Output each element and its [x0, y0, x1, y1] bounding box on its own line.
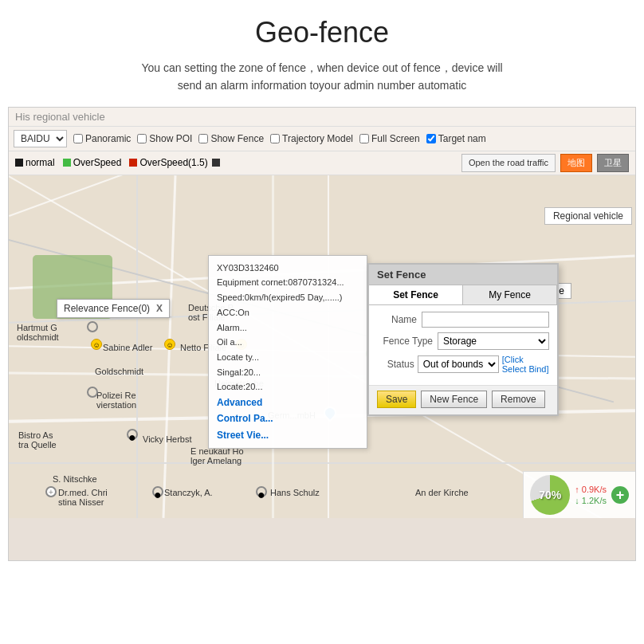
regional-vehicle-box[interactable]: Regional vehicle: [544, 207, 632, 225]
info-acc: ACC:On: [217, 305, 359, 320]
map-icon-1: [87, 321, 98, 332]
panoramic-label: Panoramic: [73, 133, 131, 144]
relevance-fence-popup: Relevance Fence(0) X: [57, 299, 170, 318]
full-screen-checkbox[interactable]: [359, 134, 369, 143]
map-label-goldschmidt: Goldschmidt: [95, 367, 143, 376]
tab-set-fence[interactable]: Set Fence: [369, 285, 463, 304]
dialog-tabs: Set Fence My Fence: [369, 285, 557, 305]
map-provider-select[interactable]: BAIDU: [14, 130, 67, 147]
legend-normal-dot: [15, 159, 23, 167]
fence-type-label: Fence Type: [377, 336, 433, 347]
subtitle: You can setting the zone of fence，when d…: [32, 59, 612, 95]
map-toolbar: BAIDU Panoramic Show POI Show Fence Traj…: [9, 127, 635, 151]
save-button[interactable]: Save: [377, 391, 416, 408]
info-oil: Oil a...: [217, 335, 359, 350]
legend-right-buttons: Open the road traffic 地图 卫星: [461, 154, 629, 172]
map-icon-4: ●: [152, 486, 163, 497]
map-label-polizei: Polizei Revierstation: [96, 391, 136, 410]
satellite-btn[interactable]: 卫星: [597, 154, 629, 172]
map-icon-smile1: ☺: [91, 339, 102, 350]
road-extra3: [9, 462, 635, 464]
speed-stats: ↑ 0.9K/s ↓ 1.2K/s: [575, 485, 607, 505]
legend-end-dot: [212, 159, 220, 167]
info-equipment: Equipment cornet:0870731324...: [217, 275, 359, 290]
full-screen-label: Full Screen: [359, 133, 420, 144]
map-view-btn[interactable]: 地图: [560, 154, 592, 172]
upload-speed: ↑ 0.9K/s: [575, 485, 607, 494]
status-select[interactable]: Out of bounds: [418, 355, 499, 373]
info-panel: XY03D3132460 Equipment cornet:0870731324…: [208, 255, 367, 449]
info-locate-type: Locate ty...: [217, 350, 359, 365]
map-label-nitschke: S. Nitschke: [53, 474, 97, 484]
show-poi-checkbox[interactable]: [137, 134, 147, 143]
map-area[interactable]: Hartmut Goldschmidt Sabine Adler Netto F…: [9, 175, 635, 518]
map-container: His regional vehicle BAIDU Panoramic Sho…: [8, 107, 636, 561]
info-street-view[interactable]: Street Vie...: [217, 427, 359, 443]
map-label-stanczyk: Stanczyk, A.: [164, 488, 213, 497]
trajectory-label: Trajectory Model: [270, 133, 353, 144]
info-alarm: Alarm...: [217, 320, 359, 336]
map-icon-3: ●: [127, 429, 138, 440]
show-fence-checkbox[interactable]: [198, 134, 208, 143]
info-speed: Speed:0km/h(expired5 Day,......): [217, 290, 359, 305]
map-label-sabine: Sabine Adler: [103, 343, 152, 352]
set-fence-dialog: Set Fence Set Fence My Fence Name Fence …: [367, 263, 559, 416]
info-advanced-link[interactable]: Advanced: [217, 395, 359, 410]
map-label-kirche: An der Kirche: [415, 488, 469, 497]
map-label-vicky: Vicky Herbst: [143, 434, 192, 444]
his-regional-label: His regional vehicle: [15, 111, 105, 123]
road-diag2: [9, 175, 635, 217]
map-icon-5: ●: [256, 486, 267, 497]
info-control-panel[interactable]: Control Pa...: [217, 410, 359, 426]
name-input[interactable]: [422, 312, 549, 328]
dialog-body: Name Fence Type Storage Status Out of bo…: [369, 305, 557, 385]
click-select-bind[interactable]: [Click Select Bind]: [502, 355, 549, 374]
map-label-hartmut: Hartmut Goldschmidt: [17, 323, 59, 342]
legend-overspeed-dot: [63, 159, 71, 167]
fence-type-row: Fence Type Storage: [377, 332, 549, 350]
map-icon-2: [87, 387, 98, 398]
target-name-label: Target nam: [426, 133, 486, 144]
new-fence-button[interactable]: New Fence: [421, 391, 487, 408]
info-locate: Locate:20...: [217, 379, 359, 395]
open-traffic-btn[interactable]: Open the road traffic: [461, 154, 556, 172]
name-label: Name: [377, 314, 417, 325]
map-label-bistro: Bistro Astra Quelle: [18, 430, 57, 450]
info-device-id: XY03D3132460: [217, 261, 359, 276]
legend-overspeed: OverSpeed: [63, 157, 122, 168]
speed-circle: 70%: [530, 475, 570, 515]
add-button[interactable]: +: [611, 486, 629, 504]
map-label-hans: Hans Schulz: [270, 488, 320, 497]
download-speed: ↓ 1.2K/s: [575, 496, 607, 505]
panoramic-checkbox[interactable]: [73, 134, 83, 143]
name-row: Name: [377, 312, 549, 328]
info-signal: Singal:20...: [217, 365, 359, 380]
target-name-checkbox[interactable]: [426, 134, 436, 143]
fence-type-select[interactable]: Storage: [438, 332, 549, 350]
legend-normal: normal: [15, 157, 55, 168]
map-topbar: His regional vehicle: [9, 108, 635, 127]
remove-button[interactable]: Remove: [492, 391, 545, 408]
page-title: Geo-fence: [32, 16, 612, 49]
map-label-eneukauf: E neukauf Holger Amelang: [190, 446, 244, 465]
map-label-drmed: Dr.med. Christina Nisser: [58, 488, 108, 507]
tab-my-fence[interactable]: My Fence: [463, 285, 557, 304]
map-icon-smile2: ☺: [164, 339, 175, 350]
dialog-buttons: Save New Fence Remove: [369, 385, 557, 414]
legend-overspeed15: OverSpeed(1.5): [129, 157, 219, 168]
status-row: Status Out of bounds [Click Select Bind]: [377, 355, 549, 374]
relevance-fence-close[interactable]: X: [156, 303, 163, 314]
show-fence-label: Show Fence: [198, 133, 264, 144]
dialog-title: Set Fence: [369, 265, 557, 285]
header-section: Geo-fence You can setting the zone of fe…: [0, 0, 644, 107]
trajectory-checkbox[interactable]: [270, 134, 280, 143]
show-poi-label: Show POI: [137, 133, 192, 144]
map-icon-plus1: +: [45, 486, 57, 497]
status-label: Status: [377, 359, 414, 370]
bottom-status-bar: 70% ↑ 0.9K/s ↓ 1.2K/s +: [523, 471, 635, 518]
legend-bar: normal OverSpeed OverSpeed(1.5) Open the…: [9, 151, 635, 175]
legend-overspeed15-dot: [129, 159, 137, 167]
